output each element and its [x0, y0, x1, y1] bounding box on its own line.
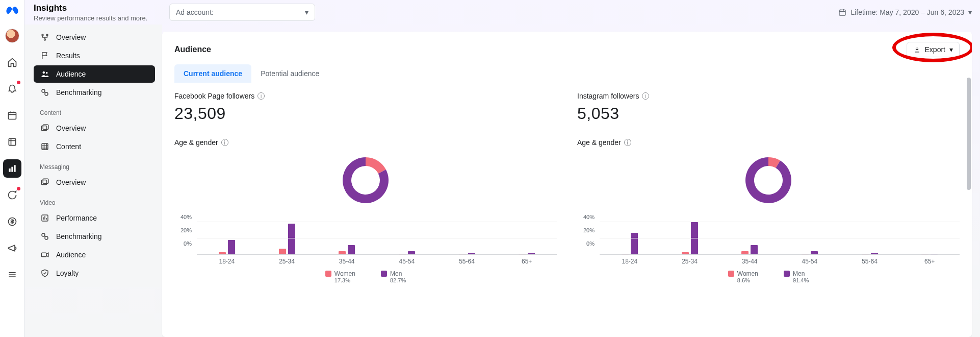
bar-group [197, 222, 257, 254]
info-icon[interactable]: i [221, 139, 228, 146]
avatar-icon[interactable] [3, 27, 21, 45]
main-column: Ad account: ▾ Lifetime: May 7, 2020 – Ju… [162, 0, 980, 337]
bar [459, 254, 466, 254]
sidebar-item-loyalty[interactable]: Loyalty [34, 264, 155, 282]
menu-icon[interactable] [3, 266, 21, 284]
svg-rect-15 [42, 143, 48, 150]
tab-current-audience[interactable]: Current audience [174, 64, 251, 83]
sidebar-item-audience[interactable]: Audience [34, 65, 155, 83]
scrollbar-thumb[interactable] [967, 78, 971, 190]
monetize-icon[interactable] [3, 212, 21, 231]
bar-group [899, 222, 960, 254]
bar-group [719, 222, 780, 254]
calendar-icon [838, 8, 846, 16]
x-tick-label: 45-54 [377, 258, 437, 265]
flag-icon [40, 51, 50, 60]
inbox-icon[interactable] [3, 186, 21, 204]
bar-group [840, 222, 900, 254]
compare-icon [40, 232, 50, 241]
svg-point-11 [42, 89, 45, 92]
date-range-picker[interactable]: Lifetime: May 7, 2020 – Jun 6, 2023 ▾ [838, 8, 972, 16]
sidebar-item-video-audience[interactable]: Audience [34, 246, 155, 263]
fb-bar-chart: 40% 20% 0% [174, 214, 557, 255]
sidebar-item-content[interactable]: Content [34, 138, 155, 155]
bell-icon[interactable] [3, 80, 21, 98]
bar-group [497, 222, 557, 254]
fb-age-gender-label: Age & gender i [174, 138, 557, 147]
fb-metric-label: Facebook Page followers i [174, 92, 557, 100]
bar [279, 249, 286, 254]
bar-group [780, 222, 840, 254]
ig-legend: Women 8.6% Men 91.4% [577, 270, 960, 283]
ig-metric-label: Instagram followers i [577, 92, 960, 100]
bar [219, 252, 226, 254]
x-tick-label: 65+ [899, 258, 960, 265]
bar [691, 222, 698, 254]
svg-rect-16 [41, 180, 47, 185]
ads-icon[interactable] [3, 239, 21, 257]
bar [348, 245, 355, 254]
bar [228, 240, 235, 254]
gallery-icon [40, 178, 50, 187]
export-button[interactable]: Export ▾ [907, 42, 960, 57]
info-icon[interactable]: i [624, 139, 631, 146]
ig-bar-chart: 40% 20% 0% [577, 214, 960, 255]
svg-rect-22 [839, 10, 845, 15]
insights-icon[interactable] [3, 159, 21, 178]
ad-account-select[interactable]: Ad account: ▾ [169, 4, 315, 21]
calendar-icon[interactable] [3, 106, 21, 125]
tab-potential-audience[interactable]: Potential audience [251, 64, 328, 83]
bar [288, 224, 295, 254]
x-tick-label: 35-44 [719, 258, 780, 265]
x-tick-label: 18-24 [197, 258, 257, 265]
bar-group [317, 222, 377, 254]
bar [622, 254, 629, 254]
info-icon[interactable]: i [257, 92, 265, 100]
bar [528, 253, 535, 254]
x-tick-label: 45-54 [780, 258, 840, 265]
svg-rect-1 [9, 138, 15, 145]
sidebar-item-label: Overview [56, 124, 86, 132]
svg-point-10 [46, 72, 48, 74]
sidebar-group-messaging: Messaging [34, 156, 155, 174]
card-title: Audience [174, 45, 211, 54]
ad-account-label: Ad account: [176, 8, 214, 16]
ig-donut-chart [743, 155, 794, 206]
fb-metric-value: 23,509 [174, 104, 557, 123]
svg-rect-4 [14, 165, 15, 172]
home-icon[interactable] [3, 53, 21, 71]
meta-logo-icon [5, 4, 19, 18]
bar [802, 254, 809, 254]
download-icon [913, 46, 921, 54]
chart-icon [40, 213, 50, 223]
sidebar-item-performance[interactable]: Performance [34, 209, 155, 227]
svg-point-20 [45, 236, 48, 239]
x-tick-label: 25-34 [660, 258, 720, 265]
svg-rect-2 [9, 168, 10, 172]
info-icon[interactable]: i [642, 92, 649, 100]
bar-group [257, 222, 317, 254]
chevron-down-icon: ▾ [949, 45, 953, 54]
content-icon[interactable] [3, 133, 21, 151]
sidebar-item-messaging-overview[interactable]: Overview [34, 174, 155, 191]
legend-swatch-men [381, 271, 387, 277]
sidebar-item-label: Audience [56, 251, 86, 259]
svg-rect-17 [43, 179, 48, 183]
svg-point-7 [46, 34, 48, 36]
bar [921, 254, 929, 254]
sidebar-item-overview[interactable]: Overview [34, 29, 155, 46]
bar [862, 254, 869, 254]
x-tick-label: 55-64 [840, 258, 900, 265]
x-axis: 18-2425-3435-4445-5455-6465+ [577, 258, 960, 265]
sidebar-item-content-overview[interactable]: Overview [34, 119, 155, 137]
bar [751, 245, 758, 254]
bar-group [600, 222, 660, 254]
sidebar-item-video-bench[interactable]: Benchmarking [34, 228, 155, 245]
bar [811, 251, 818, 254]
page-subtitle: Review performance results and more. [34, 14, 147, 22]
chevron-down-icon: ▾ [968, 8, 972, 16]
bar-group [377, 222, 437, 254]
sidebar-item-benchmarking[interactable]: Benchmarking [34, 84, 155, 101]
sidebar-item-results[interactable]: Results [34, 47, 155, 64]
date-range-label: Lifetime: May 7, 2020 – Jun 6, 2023 [850, 8, 964, 16]
